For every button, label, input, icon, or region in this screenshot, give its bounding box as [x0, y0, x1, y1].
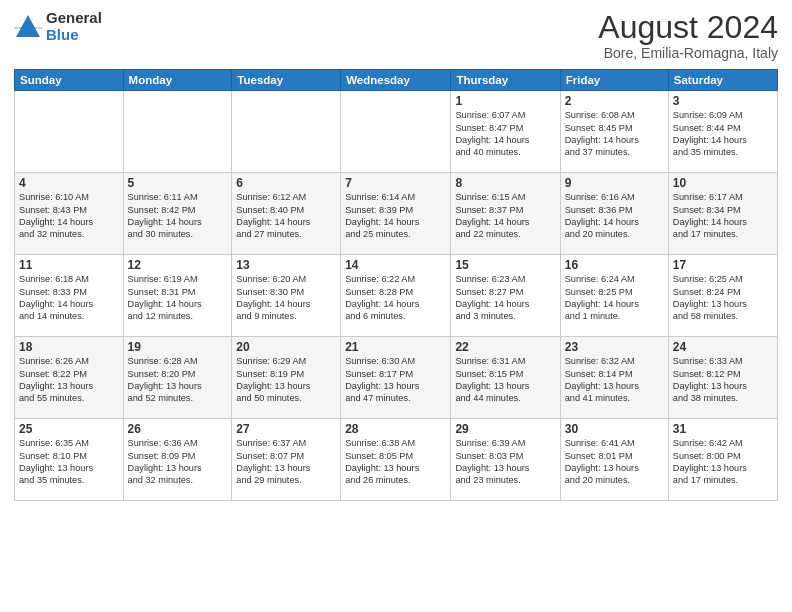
- day-number: 15: [455, 258, 555, 272]
- week-row-5: 25Sunrise: 6:35 AM Sunset: 8:10 PM Dayli…: [15, 419, 778, 501]
- day-number: 4: [19, 176, 119, 190]
- day-number: 19: [128, 340, 228, 354]
- day-info: Sunrise: 6:38 AM Sunset: 8:05 PM Dayligh…: [345, 438, 419, 485]
- col-header-thursday: Thursday: [451, 70, 560, 91]
- day-number: 27: [236, 422, 336, 436]
- day-info: Sunrise: 6:09 AM Sunset: 8:44 PM Dayligh…: [673, 110, 747, 157]
- day-info: Sunrise: 6:22 AM Sunset: 8:28 PM Dayligh…: [345, 274, 419, 321]
- day-info: Sunrise: 6:14 AM Sunset: 8:39 PM Dayligh…: [345, 192, 419, 239]
- day-info: Sunrise: 6:19 AM Sunset: 8:31 PM Dayligh…: [128, 274, 202, 321]
- day-info: Sunrise: 6:07 AM Sunset: 8:47 PM Dayligh…: [455, 110, 529, 157]
- day-cell: 26Sunrise: 6:36 AM Sunset: 8:09 PM Dayli…: [123, 419, 232, 501]
- day-number: 9: [565, 176, 664, 190]
- day-cell: 24Sunrise: 6:33 AM Sunset: 8:12 PM Dayli…: [668, 337, 777, 419]
- day-info: Sunrise: 6:37 AM Sunset: 8:07 PM Dayligh…: [236, 438, 310, 485]
- day-number: 14: [345, 258, 446, 272]
- col-header-friday: Friday: [560, 70, 668, 91]
- day-info: Sunrise: 6:26 AM Sunset: 8:22 PM Dayligh…: [19, 356, 93, 403]
- day-number: 29: [455, 422, 555, 436]
- subtitle: Bore, Emilia-Romagna, Italy: [598, 45, 778, 61]
- day-number: 22: [455, 340, 555, 354]
- day-cell: 19Sunrise: 6:28 AM Sunset: 8:20 PM Dayli…: [123, 337, 232, 419]
- week-row-3: 11Sunrise: 6:18 AM Sunset: 8:33 PM Dayli…: [15, 255, 778, 337]
- day-cell: 2Sunrise: 6:08 AM Sunset: 8:45 PM Daylig…: [560, 91, 668, 173]
- logo: General Blue: [14, 10, 102, 43]
- day-cell: [15, 91, 124, 173]
- day-number: 13: [236, 258, 336, 272]
- day-number: 11: [19, 258, 119, 272]
- day-cell: 20Sunrise: 6:29 AM Sunset: 8:19 PM Dayli…: [232, 337, 341, 419]
- header: General Blue August 2024 Bore, Emilia-Ro…: [14, 10, 778, 61]
- week-row-4: 18Sunrise: 6:26 AM Sunset: 8:22 PM Dayli…: [15, 337, 778, 419]
- day-cell: 22Sunrise: 6:31 AM Sunset: 8:15 PM Dayli…: [451, 337, 560, 419]
- day-cell: 31Sunrise: 6:42 AM Sunset: 8:00 PM Dayli…: [668, 419, 777, 501]
- day-cell: 28Sunrise: 6:38 AM Sunset: 8:05 PM Dayli…: [341, 419, 451, 501]
- day-info: Sunrise: 6:28 AM Sunset: 8:20 PM Dayligh…: [128, 356, 202, 403]
- day-number: 12: [128, 258, 228, 272]
- day-info: Sunrise: 6:41 AM Sunset: 8:01 PM Dayligh…: [565, 438, 639, 485]
- day-info: Sunrise: 6:10 AM Sunset: 8:43 PM Dayligh…: [19, 192, 93, 239]
- day-info: Sunrise: 6:29 AM Sunset: 8:19 PM Dayligh…: [236, 356, 310, 403]
- day-number: 25: [19, 422, 119, 436]
- day-number: 8: [455, 176, 555, 190]
- svg-rect-2: [14, 27, 42, 29]
- calendar-table: SundayMondayTuesdayWednesdayThursdayFrid…: [14, 69, 778, 501]
- day-number: 7: [345, 176, 446, 190]
- day-info: Sunrise: 6:17 AM Sunset: 8:34 PM Dayligh…: [673, 192, 747, 239]
- col-header-monday: Monday: [123, 70, 232, 91]
- day-info: Sunrise: 6:12 AM Sunset: 8:40 PM Dayligh…: [236, 192, 310, 239]
- day-number: 5: [128, 176, 228, 190]
- day-info: Sunrise: 6:36 AM Sunset: 8:09 PM Dayligh…: [128, 438, 202, 485]
- day-info: Sunrise: 6:08 AM Sunset: 8:45 PM Dayligh…: [565, 110, 639, 157]
- day-cell: 13Sunrise: 6:20 AM Sunset: 8:30 PM Dayli…: [232, 255, 341, 337]
- day-info: Sunrise: 6:25 AM Sunset: 8:24 PM Dayligh…: [673, 274, 747, 321]
- day-number: 30: [565, 422, 664, 436]
- day-cell: 29Sunrise: 6:39 AM Sunset: 8:03 PM Dayli…: [451, 419, 560, 501]
- logo-icon: [14, 13, 42, 41]
- day-cell: 12Sunrise: 6:19 AM Sunset: 8:31 PM Dayli…: [123, 255, 232, 337]
- day-cell: 15Sunrise: 6:23 AM Sunset: 8:27 PM Dayli…: [451, 255, 560, 337]
- day-cell: 7Sunrise: 6:14 AM Sunset: 8:39 PM Daylig…: [341, 173, 451, 255]
- day-cell: 23Sunrise: 6:32 AM Sunset: 8:14 PM Dayli…: [560, 337, 668, 419]
- col-header-wednesday: Wednesday: [341, 70, 451, 91]
- day-cell: [341, 91, 451, 173]
- day-cell: 1Sunrise: 6:07 AM Sunset: 8:47 PM Daylig…: [451, 91, 560, 173]
- col-header-sunday: Sunday: [15, 70, 124, 91]
- day-number: 24: [673, 340, 773, 354]
- day-number: 23: [565, 340, 664, 354]
- day-info: Sunrise: 6:30 AM Sunset: 8:17 PM Dayligh…: [345, 356, 419, 403]
- col-header-saturday: Saturday: [668, 70, 777, 91]
- day-info: Sunrise: 6:11 AM Sunset: 8:42 PM Dayligh…: [128, 192, 202, 239]
- day-cell: 18Sunrise: 6:26 AM Sunset: 8:22 PM Dayli…: [15, 337, 124, 419]
- header-row: SundayMondayTuesdayWednesdayThursdayFrid…: [15, 70, 778, 91]
- page: General Blue August 2024 Bore, Emilia-Ro…: [0, 0, 792, 612]
- day-number: 28: [345, 422, 446, 436]
- day-number: 31: [673, 422, 773, 436]
- logo-text: General Blue: [46, 10, 102, 43]
- logo-blue-text: Blue: [46, 27, 102, 44]
- day-number: 17: [673, 258, 773, 272]
- main-title: August 2024: [598, 10, 778, 45]
- day-cell: 11Sunrise: 6:18 AM Sunset: 8:33 PM Dayli…: [15, 255, 124, 337]
- day-cell: 14Sunrise: 6:22 AM Sunset: 8:28 PM Dayli…: [341, 255, 451, 337]
- day-cell: 17Sunrise: 6:25 AM Sunset: 8:24 PM Dayli…: [668, 255, 777, 337]
- day-cell: 8Sunrise: 6:15 AM Sunset: 8:37 PM Daylig…: [451, 173, 560, 255]
- day-cell: [232, 91, 341, 173]
- day-number: 21: [345, 340, 446, 354]
- day-cell: 25Sunrise: 6:35 AM Sunset: 8:10 PM Dayli…: [15, 419, 124, 501]
- day-info: Sunrise: 6:15 AM Sunset: 8:37 PM Dayligh…: [455, 192, 529, 239]
- day-number: 18: [19, 340, 119, 354]
- day-cell: 4Sunrise: 6:10 AM Sunset: 8:43 PM Daylig…: [15, 173, 124, 255]
- day-cell: 6Sunrise: 6:12 AM Sunset: 8:40 PM Daylig…: [232, 173, 341, 255]
- day-cell: 30Sunrise: 6:41 AM Sunset: 8:01 PM Dayli…: [560, 419, 668, 501]
- day-number: 3: [673, 94, 773, 108]
- day-cell: 9Sunrise: 6:16 AM Sunset: 8:36 PM Daylig…: [560, 173, 668, 255]
- logo-general-text: General: [46, 10, 102, 27]
- day-cell: 3Sunrise: 6:09 AM Sunset: 8:44 PM Daylig…: [668, 91, 777, 173]
- day-number: 16: [565, 258, 664, 272]
- day-info: Sunrise: 6:31 AM Sunset: 8:15 PM Dayligh…: [455, 356, 529, 403]
- day-info: Sunrise: 6:39 AM Sunset: 8:03 PM Dayligh…: [455, 438, 529, 485]
- day-cell: 27Sunrise: 6:37 AM Sunset: 8:07 PM Dayli…: [232, 419, 341, 501]
- week-row-1: 1Sunrise: 6:07 AM Sunset: 8:47 PM Daylig…: [15, 91, 778, 173]
- day-cell: 21Sunrise: 6:30 AM Sunset: 8:17 PM Dayli…: [341, 337, 451, 419]
